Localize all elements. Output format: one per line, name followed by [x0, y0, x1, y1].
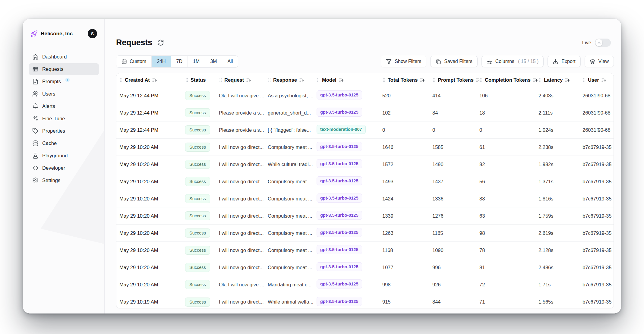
drag-handle-icon[interactable]: [119, 78, 123, 82]
drag-handle-icon[interactable]: [382, 78, 386, 82]
refresh-icon[interactable]: [157, 39, 164, 46]
avatar[interactable]: S: [88, 29, 97, 38]
status-badge: Success: [185, 108, 210, 117]
column-header-created-at[interactable]: Created At: [119, 77, 185, 83]
org-switcher[interactable]: Helicone, Inc S: [29, 28, 99, 39]
column-header-request[interactable]: Request: [219, 77, 268, 83]
sort-icon[interactable]: [246, 77, 251, 83]
sort-icon[interactable]: [299, 77, 304, 83]
cell-user: b7c67919-35: [582, 299, 614, 305]
sidebar-item-cache[interactable]: Cache: [29, 137, 99, 149]
cell-created-at: May 29 10:20 AM: [119, 196, 185, 202]
model-badge: gpt-3.5-turbo-0125: [317, 245, 362, 254]
cell-created-at: May 29 10:20 AM: [119, 213, 185, 219]
range-7d[interactable]: 7D: [171, 56, 188, 67]
toolbar-buttons: Show Filters Saved Filters Columns ( 15 …: [381, 56, 614, 67]
sort-icon[interactable]: [339, 77, 344, 83]
sort-icon[interactable]: [476, 77, 479, 83]
cell-created-at: May 29 12:44 PM: [119, 127, 185, 133]
cell-latency: 2.128s: [538, 247, 582, 253]
sidebar-item-requests[interactable]: Requests: [29, 63, 99, 75]
drag-handle-icon[interactable]: [538, 78, 542, 82]
table-row[interactable]: May 29 12:44 PM Success Please provide a…: [116, 121, 614, 139]
sidebar-item-fine-tune[interactable]: Fine-Tune: [29, 113, 99, 124]
drag-handle-icon[interactable]: [479, 78, 483, 82]
table-row[interactable]: May 29 10:20 AM Success I will now go di…: [116, 156, 614, 173]
table-row[interactable]: May 29 10:20 AM Success I will now go di…: [116, 259, 614, 276]
column-header-total-tokens[interactable]: Total Tokens: [382, 77, 432, 83]
range-all[interactable]: All: [222, 56, 238, 67]
columns-button[interactable]: Columns ( 15 / 15 ): [481, 56, 544, 67]
table-row[interactable]: May 29 10:19 AM Success I will now go di…: [116, 293, 614, 308]
show-filters-button[interactable]: Show Filters: [381, 56, 426, 67]
column-header-response[interactable]: Response: [268, 77, 317, 83]
table-body: May 29 12:44 PM Success Ok, I will now g…: [116, 87, 614, 308]
table-row[interactable]: May 29 10:20 AM Success I will now go di…: [116, 242, 614, 259]
table-row[interactable]: May 29 10:20 AM Success I will now go di…: [116, 207, 614, 225]
sort-icon[interactable]: [420, 77, 425, 83]
cell-status: Success: [185, 228, 219, 238]
sidebar-item-label: Requests: [42, 66, 64, 72]
drag-handle-icon[interactable]: [432, 78, 436, 82]
drag-handle-icon[interactable]: [219, 78, 222, 82]
drag-handle-icon[interactable]: [317, 78, 320, 82]
cell-latency: 1.982s: [538, 162, 582, 167]
sidebar-item-dashboard[interactable]: Dashboard: [29, 51, 99, 63]
table-header-row: Created At Status Request Response: [116, 73, 614, 87]
sidebar-item-users[interactable]: Users: [29, 88, 99, 100]
table-row[interactable]: May 29 10:20 AM Success I will now go di…: [116, 190, 614, 207]
sidebar-item-playground[interactable]: Playground: [29, 150, 99, 162]
download-icon: [553, 59, 558, 65]
sidebar-item-properties[interactable]: Properties: [29, 125, 99, 137]
drag-handle-icon[interactable]: [268, 78, 271, 82]
status-badge: Success: [185, 280, 210, 289]
cell-total-tokens: 102: [382, 110, 432, 116]
live-toggle-group: Live: [582, 39, 611, 47]
cell-completion-tokens: 82: [479, 162, 538, 167]
sort-icon[interactable]: [565, 77, 570, 83]
range-24h[interactable]: 24H: [152, 56, 171, 67]
sidebar-item-alerts[interactable]: Alerts: [29, 100, 99, 112]
sidebar-item-developer[interactable]: Developer: [29, 162, 99, 174]
gear-icon: [32, 177, 39, 184]
column-header-completion-tokens[interactable]: Completion Tokens: [479, 77, 538, 83]
status-badge: Success: [185, 143, 210, 152]
table-row[interactable]: May 29 10:20 AM Success I will now go di…: [116, 173, 614, 190]
table-row[interactable]: May 29 10:20 AM Success I will now go di…: [116, 139, 614, 156]
sidebar-item-prompts[interactable]: Prompts: [29, 76, 99, 87]
table-row[interactable]: May 29 10:20 AM Success Ok, I will now g…: [116, 276, 614, 293]
table-row[interactable]: May 29 10:20 AM Success I will now go di…: [116, 225, 614, 242]
export-button[interactable]: Export: [548, 56, 580, 67]
column-header-status[interactable]: Status: [185, 77, 219, 83]
sort-icon[interactable]: [601, 77, 606, 83]
range-1m[interactable]: 1M: [188, 56, 205, 67]
saved-filters-button[interactable]: Saved Filters: [430, 56, 477, 67]
cell-status: Success: [185, 298, 219, 307]
view-button[interactable]: View: [585, 56, 614, 67]
table-row[interactable]: May 29 12:44 PM Success Please provide a…: [116, 104, 614, 121]
sidebar-item-label: Alerts: [42, 103, 55, 109]
column-header-model[interactable]: Model: [317, 77, 382, 83]
column-header-user[interactable]: User: [582, 77, 614, 83]
column-label: Completion Tokens: [485, 77, 531, 83]
sidebar-item-label: Users: [42, 91, 55, 97]
sort-icon[interactable]: [533, 77, 538, 83]
cell-total-tokens: 915: [382, 299, 432, 305]
time-range-selector: Custom 24H 7D 1M 3M All: [116, 55, 238, 68]
table-icon: [32, 66, 39, 72]
table-row[interactable]: May 29 12:44 PM Success Ok, I will now g…: [116, 87, 614, 104]
range-custom[interactable]: Custom: [116, 56, 152, 67]
drag-handle-icon[interactable]: [185, 78, 188, 82]
cell-request: I will now go direct...: [219, 196, 268, 202]
cell-status: Success: [185, 160, 219, 169]
column-header-latency[interactable]: Latency: [538, 77, 582, 83]
range-3m[interactable]: 3M: [205, 56, 222, 67]
sort-icon[interactable]: [152, 77, 157, 83]
live-toggle[interactable]: [595, 39, 611, 47]
drag-handle-icon[interactable]: [582, 78, 586, 82]
column-header-prompt-tokens[interactable]: Prompt Tokens: [432, 77, 479, 83]
cell-status: Success: [185, 108, 219, 117]
sidebar-item-settings[interactable]: Settings: [29, 175, 99, 186]
users-icon: [32, 91, 39, 97]
cell-completion-tokens: 18: [479, 110, 538, 116]
